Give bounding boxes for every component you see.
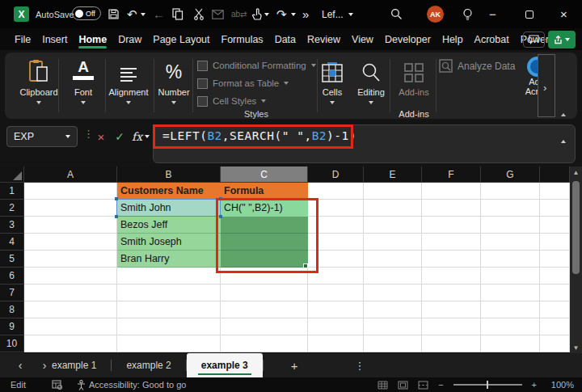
grid-cell[interactable] [24, 318, 117, 335]
grid-cell[interactable] [364, 301, 422, 318]
cell-C5[interactable] [221, 251, 308, 268]
group-expand-icon[interactable]: › [543, 82, 546, 94]
cell-B1[interactable]: Customers Name [117, 183, 221, 200]
addins-button[interactable]: Add-ins [392, 56, 436, 97]
grid-cell[interactable] [24, 234, 117, 251]
redo-dropdown-icon[interactable] [291, 6, 296, 23]
maximize-button[interactable] [525, 6, 534, 23]
grid-cell[interactable] [481, 301, 540, 318]
tab-view[interactable]: View [346, 28, 379, 50]
copy-icon[interactable] [172, 6, 183, 23]
cell-B2[interactable]: Smith John [117, 200, 221, 217]
grid-cell[interactable] [24, 268, 117, 285]
collapse-formula-bar-icon[interactable] [561, 134, 566, 145]
grid-cell[interactable] [540, 183, 570, 200]
cell-C2[interactable]: CH(" ",B2)-1) [221, 200, 308, 217]
grid-cell[interactable] [308, 301, 364, 318]
undo-button[interactable]: ↶ [127, 6, 137, 23]
tab-acrobat[interactable]: Acrobat [469, 28, 515, 50]
grid-cell[interactable] [540, 200, 570, 217]
cell-C1[interactable]: Formula [221, 183, 308, 200]
grid-cell[interactable] [364, 285, 422, 301]
cell-B5[interactable]: Bran Harry [117, 251, 221, 268]
grid-cell[interactable] [540, 234, 570, 251]
clipboard-group-button[interactable]: Clipboard [17, 56, 61, 104]
zoom-slider-knob[interactable] [487, 381, 488, 389]
grid-cell[interactable] [540, 268, 570, 285]
cell-B3[interactable]: Bezos Jeff [117, 217, 221, 234]
vertical-scroll-thumb[interactable] [572, 181, 580, 274]
grid-cell[interactable] [308, 251, 364, 268]
conditional-formatting-button[interactable]: Conditional Formatting [197, 57, 316, 74]
grid-cell[interactable] [364, 234, 422, 251]
grid-cell[interactable] [540, 217, 570, 234]
grid-cell[interactable] [308, 200, 364, 217]
grid-cell[interactable] [24, 301, 117, 318]
grid-cell[interactable] [540, 301, 570, 318]
minimize-button[interactable]: − [489, 6, 496, 23]
column-header-A[interactable]: A [24, 166, 117, 183]
save-icon[interactable] [108, 6, 120, 23]
row-header-1[interactable]: 1 [0, 183, 24, 200]
row-header-2[interactable]: 2 [0, 200, 24, 217]
autosave-toggle[interactable]: Off [72, 6, 101, 20]
grid-cell[interactable] [540, 335, 570, 352]
cell-B4[interactable]: Smith Joseph [117, 234, 221, 251]
avatar[interactable]: AK [427, 6, 444, 23]
tab-data[interactable]: Data [269, 28, 302, 50]
column-header-G[interactable]: G [481, 166, 540, 183]
share-button[interactable] [548, 31, 576, 48]
tab-draw[interactable]: Draw [112, 28, 147, 50]
grid-cell[interactable] [117, 335, 221, 352]
fill-handle[interactable] [303, 263, 308, 268]
select-all-corner[interactable] [0, 166, 24, 183]
grid-cell[interactable] [117, 301, 221, 318]
back-icon[interactable]: ← [153, 6, 165, 23]
accessibility-status[interactable]: Accessibility: Good to go [77, 380, 186, 390]
grid-cell[interactable] [481, 335, 540, 352]
grid-cell[interactable] [481, 183, 540, 200]
name-box[interactable]: EXP [6, 126, 78, 147]
sheet-nav-left-icon[interactable]: ‹ [11, 359, 29, 372]
tab-home[interactable]: Home [73, 28, 112, 50]
tab-developer[interactable]: Developer [379, 28, 436, 50]
grid-cell[interactable] [364, 217, 422, 234]
lightbulb-icon[interactable] [462, 6, 473, 23]
sheet-tab-example-3[interactable]: example 3 [187, 353, 263, 377]
grid-cell[interactable] [422, 251, 481, 268]
grid-cell[interactable] [308, 335, 364, 352]
grid-cell[interactable] [308, 318, 364, 335]
grid-cell[interactable] [540, 285, 570, 301]
grid-cell[interactable] [117, 285, 221, 301]
vertical-scrollbar[interactable]: ▲ ▼ [570, 166, 582, 353]
grid-cell[interactable] [540, 318, 570, 335]
grid-cell[interactable] [422, 200, 481, 217]
macro-record-icon[interactable] [52, 380, 62, 390]
tab-formulas[interactable]: Formulas [216, 28, 269, 50]
grid-cell[interactable] [422, 285, 481, 301]
touch-mode-dropdown-icon[interactable] [264, 6, 269, 23]
enter-button[interactable]: ✓ [111, 126, 129, 147]
grid-cell[interactable] [221, 268, 308, 285]
grid-cell[interactable] [24, 335, 117, 352]
comments-button[interactable] [523, 32, 545, 48]
grid-cell[interactable] [422, 268, 481, 285]
column-header-C[interactable]: C [221, 166, 308, 183]
grid-cell[interactable] [364, 183, 422, 200]
grid-cell[interactable] [422, 217, 481, 234]
tab-page-layout[interactable]: Page Layout [147, 28, 215, 50]
tab-insert[interactable]: Insert [36, 28, 73, 50]
tab-review[interactable]: Review [302, 28, 346, 50]
tab-file[interactable]: File [9, 28, 36, 50]
cells-group-button[interactable]: Cells [310, 56, 354, 104]
grid-cell[interactable] [481, 234, 540, 251]
row-header-10[interactable]: 10 [0, 335, 24, 352]
add-sheet-button[interactable]: + [291, 359, 298, 373]
grid-cell[interactable] [422, 183, 481, 200]
grid-cell[interactable] [540, 251, 570, 268]
sheet-nav-right-icon[interactable]: › [36, 359, 53, 372]
normal-view-icon[interactable] [377, 381, 388, 390]
row-header-8[interactable]: 8 [0, 301, 24, 318]
grid-cell[interactable] [117, 318, 221, 335]
grid-cell[interactable] [24, 251, 117, 268]
